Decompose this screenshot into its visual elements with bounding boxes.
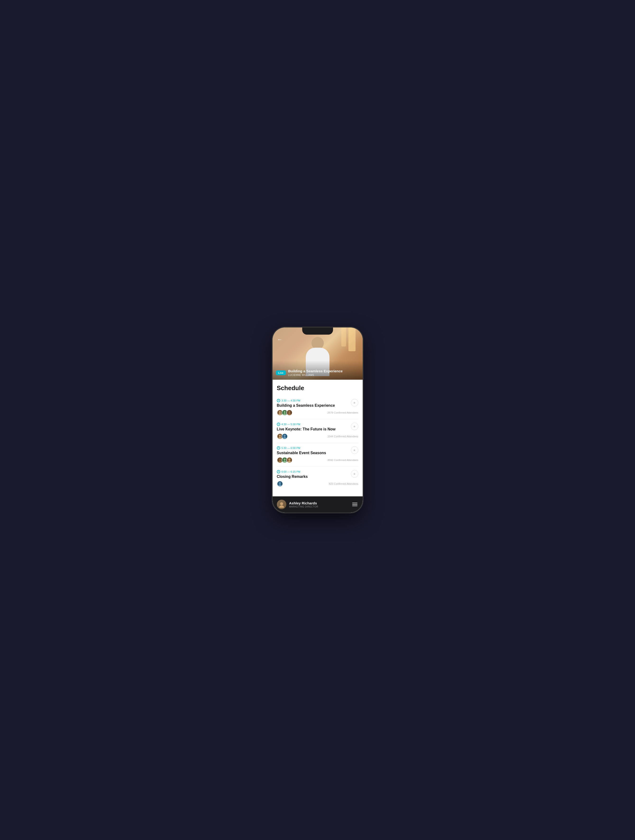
- svg-point-15: [288, 461, 291, 463]
- item-2-confirmed: 1544 Confirmed Attendees: [327, 435, 358, 438]
- svg-point-17: [278, 485, 282, 486]
- svg-point-8: [284, 435, 285, 437]
- item-3-time: 5:30 — 6:00 PM: [277, 446, 358, 450]
- hero-text: Building a Seamless Experience LUCIENNE …: [288, 369, 343, 376]
- svg-point-19: [279, 505, 284, 508]
- live-badge: Live: [276, 370, 286, 375]
- user-details: Ashley Richards MARKETING DIRECTOR: [289, 501, 318, 508]
- user-name: Ashley Richards: [289, 501, 318, 505]
- item-2-footer: 1544 Confirmed Attendees: [277, 433, 358, 439]
- item-4-footer: 823 Confirmed Attendees: [277, 481, 358, 487]
- item-2-name: Live Keynote: The Future is Now: [277, 427, 358, 431]
- menu-line-3: [352, 505, 358, 506]
- star-icon: ★: [353, 448, 356, 452]
- item-1-confirmed: 2579 Confirmed Attendees: [327, 411, 358, 414]
- item-3-footer: 3592 Confirmed Attendees: [277, 457, 358, 463]
- svg-point-4: [288, 411, 290, 413]
- bottom-bar: Ashley Richards MARKETING DIRECTOR: [273, 496, 362, 513]
- star-icon: ★: [353, 401, 356, 404]
- item-2-star-button[interactable]: ★: [351, 423, 358, 430]
- item-3-avatars: [277, 457, 291, 463]
- item-4-time: 6:00 — 6:15 PM: [277, 470, 358, 474]
- item-2-time: 4:30 — 5:30 PM: [277, 423, 358, 426]
- clock-icon-4: [277, 470, 280, 474]
- svg-point-5: [288, 414, 291, 415]
- back-button[interactable]: ←: [277, 336, 282, 343]
- svg-point-9: [283, 437, 286, 439]
- svg-point-7: [278, 437, 282, 439]
- notch: [302, 327, 333, 335]
- item-1-time: 3:30 — 4:30 PM: [277, 399, 358, 402]
- item-4-star-button[interactable]: ★: [351, 470, 358, 478]
- menu-button[interactable]: [351, 502, 358, 507]
- clock-icon-1: [277, 399, 280, 402]
- svg-point-12: [284, 458, 285, 460]
- svg-point-10: [279, 458, 280, 460]
- schedule-title: Schedule: [277, 384, 358, 392]
- item-3-confirmed: 3592 Confirmed Attendees: [327, 459, 358, 461]
- svg-point-11: [278, 461, 282, 463]
- item-4-confirmed: 823 Confirmed Attendees: [329, 482, 358, 485]
- schedule-item-3: 5:30 — 6:00 PM Sustainable Event Seasons: [277, 443, 358, 467]
- phone-frame: ← Live Building a Seamless Experience LU…: [273, 327, 362, 513]
- item-3-star-button[interactable]: ★: [351, 446, 358, 454]
- schedule-item-4: 6:00 — 6:15 PM Closing Remarks 823 Confi…: [277, 467, 358, 490]
- hero-subtitle: LUCIENNE WILLIAMS: [288, 374, 343, 376]
- clock-icon-2: [277, 423, 280, 426]
- user-info: Ashley Richards MARKETING DIRECTOR: [277, 500, 318, 509]
- item-1-star-button[interactable]: ★: [351, 399, 358, 406]
- avatar: [286, 410, 293, 416]
- hero-title: Building a Seamless Experience: [288, 369, 343, 373]
- item-4-avatars: [277, 481, 282, 487]
- svg-point-14: [288, 458, 290, 460]
- clock-icon-3: [277, 446, 280, 450]
- avatar: [286, 457, 293, 463]
- item-2-avatars: [277, 433, 286, 439]
- schedule-item-1: 3:30 — 4:30 PM Building a Seamless Exper…: [277, 396, 358, 419]
- star-icon: ★: [353, 472, 356, 475]
- phone-screen: ← Live Building a Seamless Experience LU…: [273, 327, 362, 513]
- svg-point-16: [279, 482, 280, 484]
- svg-point-2: [284, 411, 285, 413]
- avatar: [282, 433, 288, 439]
- user-avatar: [277, 500, 286, 509]
- svg-point-18: [280, 502, 283, 505]
- svg-point-0: [279, 411, 280, 413]
- avatar: [277, 481, 283, 487]
- hero-info: Live Building a Seamless Experience LUCI…: [276, 369, 359, 376]
- item-1-avatars: [277, 410, 291, 416]
- svg-point-13: [283, 461, 286, 463]
- item-1-name: Building a Seamless Experience: [277, 403, 358, 408]
- star-icon: ★: [353, 425, 356, 428]
- schedule-section: Schedule 3:30 — 4:30 PM Building a Seaml…: [273, 380, 362, 496]
- item-4-name: Closing Remarks: [277, 475, 358, 479]
- hero-section: Live Building a Seamless Experience LUCI…: [273, 327, 362, 380]
- svg-point-1: [278, 414, 282, 415]
- item-3-name: Sustainable Event Seasons: [277, 451, 358, 455]
- phone-wrapper: ← Live Building a Seamless Experience LU…: [273, 327, 362, 513]
- content-area: Schedule 3:30 — 4:30 PM Building a Seaml…: [273, 380, 362, 513]
- svg-point-6: [279, 435, 280, 437]
- user-role: MARKETING DIRECTOR: [289, 505, 318, 508]
- schedule-item-2: 4:30 — 5:30 PM Live Keynote: The Future …: [277, 419, 358, 443]
- svg-point-3: [283, 414, 286, 415]
- menu-line-2: [352, 504, 358, 505]
- item-1-footer: 2579 Confirmed Attendees: [277, 410, 358, 416]
- menu-line-1: [352, 503, 358, 503]
